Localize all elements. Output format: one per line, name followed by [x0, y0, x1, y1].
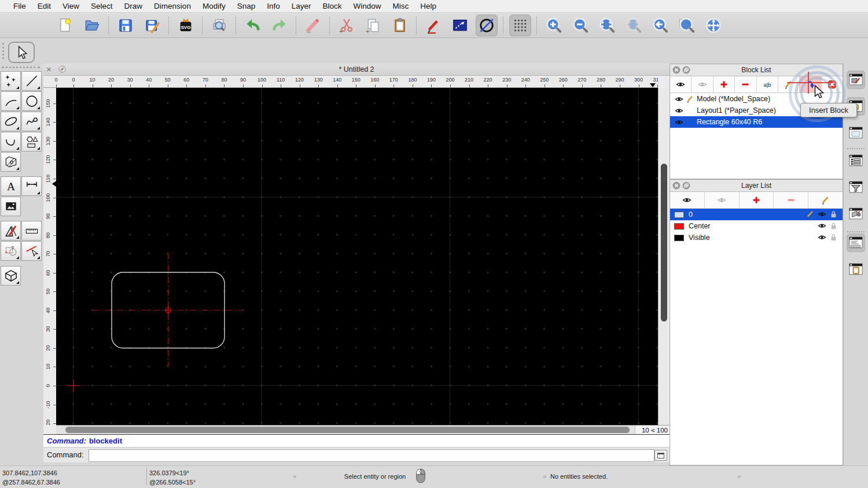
- layer-list-item[interactable]: 0: [670, 209, 843, 220]
- show-all-layers-button[interactable]: [670, 192, 705, 208]
- print-preview-button[interactable]: [208, 14, 230, 36]
- pan-button[interactable]: [703, 14, 724, 36]
- layer-lock-icon[interactable]: [827, 233, 839, 242]
- selection-filter-toggle-button[interactable]: [847, 178, 865, 197]
- panel-close-icon[interactable]: [672, 66, 681, 74]
- block-visibility-eye-icon[interactable]: [674, 106, 684, 115]
- select-entities-button[interactable]: [449, 14, 471, 36]
- menu-view[interactable]: View: [57, 2, 85, 10]
- command-line-options-button[interactable]: [654, 450, 667, 461]
- vertical-scrollbar-thumb[interactable]: [661, 164, 667, 321]
- panel-float-icon[interactable]: [682, 66, 690, 74]
- command-input[interactable]: [89, 449, 654, 462]
- clipboard-panel-toggle-button[interactable]: [847, 260, 865, 279]
- zoom-in-button[interactable]: [543, 14, 565, 36]
- block-visibility-eye-icon[interactable]: [674, 95, 684, 103]
- undo-button[interactable]: [242, 14, 264, 36]
- redo-button[interactable]: [269, 14, 290, 36]
- line-tool-button[interactable]: [21, 71, 42, 91]
- layer-visibility-eye-icon[interactable]: [816, 210, 827, 219]
- open-file-button[interactable]: [81, 14, 103, 36]
- panel-float-icon[interactable]: [682, 182, 690, 190]
- paste-button[interactable]: [389, 14, 411, 36]
- rename-block-button[interactable]: a|b: [757, 76, 778, 93]
- delete-button[interactable]: [302, 14, 324, 36]
- spline-tool-button[interactable]: [21, 112, 42, 131]
- remove-block-button[interactable]: [735, 76, 756, 93]
- menu-select[interactable]: Select: [85, 2, 119, 10]
- add-layer-button[interactable]: [740, 192, 774, 208]
- text-tool-button[interactable]: A: [1, 176, 21, 196]
- menu-block[interactable]: Block: [317, 2, 348, 10]
- menu-misc[interactable]: Misc: [387, 2, 415, 10]
- points-tool-button[interactable]: [1, 71, 21, 91]
- library-browser-toggle-button[interactable]: [847, 205, 865, 223]
- menu-dimension[interactable]: Dimension: [148, 2, 197, 10]
- menu-help[interactable]: Help: [414, 2, 442, 10]
- measure-tool-button[interactable]: [21, 221, 42, 241]
- zoom-selection-button[interactable]: [623, 14, 645, 36]
- selection-tool-button[interactable]: [8, 42, 35, 63]
- menu-edit[interactable]: Edit: [32, 2, 57, 10]
- menu-snap[interactable]: Snap: [231, 2, 262, 10]
- hatch-tool-button[interactable]: [1, 152, 21, 172]
- modify-tool-button[interactable]: [1, 221, 21, 241]
- save-as-button[interactable]: [141, 14, 163, 36]
- dimension-tool-button[interactable]: [21, 176, 42, 196]
- block-tools-tool-button[interactable]: [1, 241, 21, 261]
- image-tool-button[interactable]: [1, 197, 21, 216]
- layer-list-item[interactable]: Center: [670, 220, 843, 232]
- zoom-window-button[interactable]: [676, 14, 698, 36]
- layer-visibility-eye-icon[interactable]: [816, 221, 827, 230]
- zoom-out-button[interactable]: [569, 14, 591, 36]
- zoom-auto-button[interactable]: [596, 14, 618, 36]
- circle-tool-button[interactable]: [21, 91, 42, 111]
- cut-button[interactable]: +: [336, 14, 358, 36]
- layer-list-panel-toggle-button[interactable]: [847, 124, 865, 142]
- draft-mode-button[interactable]: [476, 14, 498, 36]
- menu-draw[interactable]: Draw: [119, 2, 149, 10]
- block-edit-pencil-icon[interactable]: [684, 95, 697, 103]
- new-file-button[interactable]: [54, 14, 76, 36]
- view-list-panel-icon: [848, 153, 864, 169]
- solid-tool-button[interactable]: [1, 266, 21, 286]
- show-all-blocks-button[interactable]: [670, 76, 692, 93]
- menu-info[interactable]: Info: [261, 2, 286, 10]
- layer-edit-pencil-icon[interactable]: [804, 210, 816, 219]
- hide-all-layers-button[interactable]: [705, 192, 740, 208]
- edit-layer-button[interactable]: [808, 192, 843, 208]
- polyline-tool-button[interactable]: [1, 132, 21, 151]
- select-tools-tool-button[interactable]: [21, 241, 42, 261]
- layer-list-item[interactable]: Visible: [670, 232, 843, 243]
- svg-export-button[interactable]: SVG: [175, 14, 197, 36]
- property-editor-toggle-button[interactable]: [847, 71, 865, 89]
- dock-toggle-toolbar: [843, 64, 868, 488]
- menu-file[interactable]: File: [8, 2, 32, 10]
- layer-lock-icon[interactable]: [827, 221, 839, 230]
- menu-window[interactable]: Window: [348, 2, 387, 10]
- toolbar-group: [242, 14, 290, 36]
- copy-button[interactable]: +: [362, 14, 384, 36]
- grid-toggle-button[interactable]: [509, 14, 531, 36]
- add-block-button[interactable]: [713, 76, 735, 93]
- drawing-canvas[interactable]: [56, 88, 658, 425]
- save-button[interactable]: [115, 14, 137, 36]
- horizontal-scrollbar[interactable]: 10 < 100: [56, 425, 670, 434]
- hide-all-blocks-button[interactable]: [692, 76, 713, 93]
- vertical-scrollbar[interactable]: [658, 88, 670, 425]
- block-visibility-eye-icon[interactable]: [674, 118, 684, 127]
- remove-layer-button[interactable]: [774, 192, 808, 208]
- shapes-tool-button[interactable]: [21, 132, 42, 151]
- ellipse-tool-button[interactable]: [1, 112, 21, 131]
- layer-visibility-eye-icon[interactable]: [816, 233, 827, 242]
- panel-close-icon[interactable]: [672, 182, 681, 190]
- command-line-panel-toggle-button[interactable]: [847, 234, 865, 252]
- edit-entity-button[interactable]: [422, 14, 444, 36]
- layer-lock-icon[interactable]: [827, 210, 839, 219]
- view-list-panel-toggle-button[interactable]: [847, 151, 865, 170]
- arc-tool-button[interactable]: [1, 91, 21, 111]
- menu-layer[interactable]: Layer: [286, 2, 317, 10]
- menu-modify[interactable]: Modify: [197, 2, 231, 10]
- horizontal-scrollbar-thumb[interactable]: [65, 427, 630, 433]
- zoom-previous-button[interactable]: [649, 14, 671, 36]
